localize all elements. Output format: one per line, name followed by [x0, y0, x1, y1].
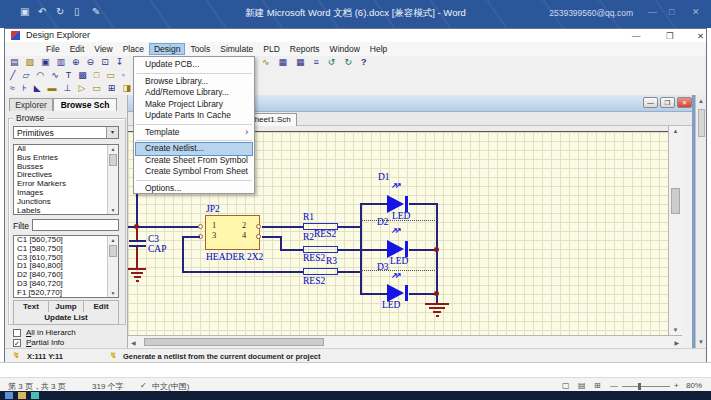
all-in-hierarchy-checkbox[interactable]	[13, 329, 21, 337]
read-mode-icon[interactable]: ▢	[562, 381, 570, 390]
list-scrollbar[interactable]: ▲ ▼	[107, 145, 118, 214]
save-icon[interactable]: ▣	[41, 56, 50, 69]
filter-input[interactable]	[32, 219, 119, 231]
scroll-up-icon[interactable]: ▲	[108, 145, 118, 153]
menu-item-create-symbol-from-sheet[interactable]: Create Symbol From Sheet	[134, 166, 254, 178]
word-minimize-button[interactable]: —	[648, 7, 657, 17]
menu-help[interactable]: Help	[365, 43, 392, 55]
scroll-thumb[interactable]	[698, 109, 705, 137]
arc-icon[interactable]: ◠	[36, 69, 44, 82]
line-icon[interactable]: ╱	[10, 69, 15, 82]
rect-icon[interactable]: □	[94, 69, 99, 82]
app-close-button[interactable]: ✕	[697, 31, 704, 41]
dot-icon[interactable]: ◦	[122, 69, 125, 82]
resistor-r3[interactable]	[303, 268, 338, 275]
list-item[interactable]: Labels	[14, 207, 118, 215]
curve-icon[interactable]: ∿	[51, 69, 59, 82]
chevron-down-icon[interactable]: ▾	[106, 127, 118, 138]
scroll-down-icon[interactable]: ▼	[108, 206, 118, 214]
scroll-thumb[interactable]	[109, 154, 117, 166]
fill-icon[interactable]: ▩	[78, 69, 87, 82]
paste-icon[interactable]: ↧	[116, 56, 124, 69]
menu-item-make-project-library[interactable]: Make Project Library	[134, 99, 254, 111]
zoom-out-button[interactable]: —	[610, 381, 618, 390]
ground-icon[interactable]: ⊥	[64, 82, 72, 95]
menu-pld[interactable]: PLD	[258, 43, 285, 55]
browse-type-select[interactable]: Primitives ▾	[13, 126, 119, 139]
redo-icon[interactable]: ↻	[344, 56, 352, 69]
port-icon[interactable]: ◨	[122, 82, 131, 95]
help-icon[interactable]: ?	[361, 56, 367, 69]
cross-probe-icon[interactable]: ▦	[296, 56, 305, 69]
word-maximize-button[interactable]: □	[669, 7, 674, 17]
menu-item-update-pcb[interactable]: Update PCB...	[134, 59, 254, 71]
app-maximize-button[interactable]: ❐	[666, 31, 674, 41]
wire-icon[interactable]: ≈	[10, 82, 15, 95]
scroll-right-icon[interactable]: ▶	[674, 339, 679, 346]
menu-simulate[interactable]: Simulate	[215, 43, 258, 55]
diode-icon[interactable]: ▷	[78, 82, 85, 95]
taskbar-app-icon[interactable]	[31, 392, 39, 399]
list-icon[interactable]: ≡	[314, 56, 319, 69]
partial-info-checkbox[interactable]: ✓	[13, 339, 21, 347]
scroll-down-icon[interactable]: ▼	[108, 289, 118, 297]
scroll-down-icon[interactable]: ▼	[669, 327, 682, 333]
bus-icon[interactable]: ◣	[34, 82, 41, 95]
list-scrollbar[interactable]: ▲ ▼	[107, 236, 118, 297]
scroll-left-icon[interactable]: ◀	[131, 339, 136, 346]
scroll-thumb[interactable]	[109, 245, 117, 257]
menu-view[interactable]: View	[89, 43, 117, 55]
menu-item-add-remove-library[interactable]: Add/Remove Library...	[134, 87, 254, 99]
polygon-icon[interactable]: ▱	[22, 69, 29, 82]
zoom-slider-thumb[interactable]	[638, 383, 641, 390]
undo-icon[interactable]: ↺	[328, 56, 336, 69]
web-layout-icon[interactable]: ⊞	[594, 381, 601, 390]
menu-item-template[interactable]: Template ›	[134, 127, 254, 139]
sheet-symbol-icon[interactable]: ⊞	[108, 82, 116, 95]
taskbar-app-icon[interactable]	[18, 392, 26, 399]
menu-item-create-netlist[interactable]: Create Netlist...	[136, 143, 252, 155]
scroll-up-icon[interactable]: ▲	[108, 236, 118, 244]
menu-reports[interactable]: Reports	[285, 43, 325, 55]
new-document-icon[interactable]: ▤	[10, 56, 19, 69]
net-label-icon[interactable]: ▬	[48, 82, 57, 95]
signal-icon[interactable]: ∿	[262, 56, 270, 69]
schematic-vscrollbar[interactable]: ▲ ▼	[668, 126, 682, 335]
zoom-in-button[interactable]: +	[674, 381, 679, 390]
bus-entry-icon[interactable]: ⊦	[22, 82, 27, 95]
doc-close-button[interactable]: ✕	[677, 97, 692, 108]
schematic-hscrollbar[interactable]: ◀ ▶	[128, 335, 682, 348]
menu-edit[interactable]: Edit	[65, 43, 90, 55]
netlist-icon[interactable]: ▦	[279, 56, 288, 69]
menu-item-update-parts-in-cache[interactable]: Update Parts In Cache	[134, 110, 254, 122]
menu-file[interactable]: File	[41, 43, 65, 55]
zoom-window-icon[interactable]: ⊡	[101, 56, 109, 69]
zoom-out-icon[interactable]: ⊖	[87, 56, 95, 69]
print-layout-icon[interactable]: ▤	[578, 381, 586, 390]
scroll-up-icon[interactable]: ▲	[669, 128, 682, 134]
zoom-percent[interactable]: 80%	[686, 381, 702, 390]
menu-place[interactable]: Place	[118, 43, 149, 55]
word-close-button[interactable]: ✕	[692, 7, 700, 17]
part-item[interactable]: F1 [520,770]	[14, 289, 118, 298]
open-icon[interactable]: ▨	[26, 56, 35, 69]
round-rect-icon[interactable]: ▭	[106, 69, 115, 82]
menu-tools[interactable]: Tools	[185, 43, 215, 55]
workspace-vscrollbar[interactable]: ▲ ▼	[695, 95, 706, 348]
menu-item-browse-library[interactable]: Browse Library...	[134, 76, 254, 88]
taskbar-app-icon[interactable]	[5, 392, 13, 399]
part-icon[interactable]: ▭	[92, 82, 101, 95]
text-icon[interactable]: T	[66, 69, 72, 82]
tab-browse-sch[interactable]: Browse Sch	[53, 98, 117, 111]
doc-restore-button[interactable]: ❐	[660, 97, 675, 108]
menu-window[interactable]: Window	[325, 43, 365, 55]
menu-design[interactable]: Design	[149, 43, 185, 55]
menu-item-options[interactable]: Options...	[134, 183, 254, 195]
zoom-slider-track[interactable]	[622, 386, 670, 387]
capacitor-plate[interactable]	[129, 245, 146, 247]
scroll-thumb[interactable]	[671, 188, 680, 214]
print-icon[interactable]: ▥	[57, 56, 66, 69]
proofing-icon[interactable]: ✓	[140, 381, 147, 390]
tab-explorer[interactable]: Explorer	[9, 98, 53, 111]
doc-minimize-button[interactable]: —	[643, 97, 658, 108]
